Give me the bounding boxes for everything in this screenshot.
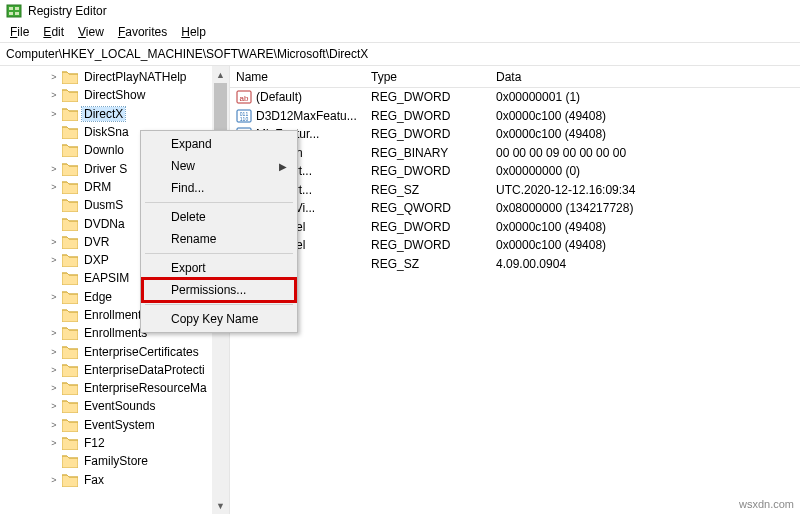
cell-type: REG_DWORD bbox=[365, 164, 490, 178]
expand-icon[interactable]: > bbox=[48, 383, 60, 393]
folder-icon bbox=[62, 345, 78, 359]
list-row[interactable]: abaterStart...REG_SZUTC.2020-12-12.16:09… bbox=[230, 181, 800, 200]
cell-data: 0x0000c100 (49408) bbox=[490, 238, 800, 252]
expand-icon[interactable]: > bbox=[48, 255, 60, 265]
list-row[interactable]: 011110dVersionREG_BINARY00 00 00 09 00 0… bbox=[230, 144, 800, 163]
expand-icon[interactable]: > bbox=[48, 90, 60, 100]
cell-data: 0x00000001 (1) bbox=[490, 90, 800, 104]
expand-icon[interactable]: > bbox=[48, 237, 60, 247]
tree-node-label: Edge bbox=[82, 290, 114, 304]
list-row[interactable]: 011110dicatedVi...REG_QWORD0x08000000 (1… bbox=[230, 199, 800, 218]
list-row[interactable]: ab(Default)REG_DWORD0x00000001 (1) bbox=[230, 88, 800, 107]
list-body[interactable]: ab(Default)REG_DWORD0x00000001 (1)011110… bbox=[230, 88, 800, 273]
svg-rect-0 bbox=[7, 5, 21, 17]
folder-icon bbox=[62, 290, 78, 304]
tree-node[interactable]: >DirectX bbox=[0, 105, 229, 123]
tree-node-label: DRM bbox=[82, 180, 113, 194]
tree-node-label: FamilyStore bbox=[82, 454, 150, 468]
folder-icon bbox=[62, 198, 78, 212]
scroll-down-icon[interactable]: ▼ bbox=[212, 497, 229, 514]
tree-node[interactable]: >EnterpriseResourceMa bbox=[0, 379, 229, 397]
expand-icon[interactable]: > bbox=[48, 182, 60, 192]
column-name[interactable]: Name bbox=[230, 70, 365, 84]
menu-favorites[interactable]: Favorites bbox=[112, 23, 173, 41]
tree-node-label: EAPSIM bbox=[82, 271, 131, 285]
svg-rect-2 bbox=[15, 7, 19, 10]
folder-icon bbox=[62, 473, 78, 487]
cell-type: REG_DWORD bbox=[365, 90, 490, 104]
folder-icon bbox=[62, 217, 78, 231]
list-row[interactable]: 011110tureLevelREG_DWORD0x0000c100 (4940… bbox=[230, 236, 800, 255]
ctx-rename[interactable]: Rename bbox=[143, 228, 295, 250]
expand-icon[interactable]: > bbox=[48, 328, 60, 338]
tree-node[interactable]: >EventSounds bbox=[0, 397, 229, 415]
list-row[interactable]: abREG_SZ4.09.00.0904 bbox=[230, 255, 800, 274]
list-row[interactable]: 011110tureLevelREG_DWORD0x0000c100 (4940… bbox=[230, 218, 800, 237]
cell-type: REG_BINARY bbox=[365, 146, 490, 160]
menubar: File Edit View Favorites Help bbox=[0, 22, 800, 42]
expand-icon[interactable]: > bbox=[48, 347, 60, 357]
tree-node[interactable]: >DirectShow bbox=[0, 86, 229, 104]
svg-rect-4 bbox=[15, 12, 19, 15]
cell-data: 0x00000000 (0) bbox=[490, 164, 800, 178]
tree-node-label: Downlo bbox=[82, 143, 126, 157]
list-row[interactable]: 011110aterStart...REG_DWORD0x00000000 (0… bbox=[230, 162, 800, 181]
ctx-find[interactable]: Find... bbox=[143, 177, 295, 199]
folder-icon bbox=[62, 436, 78, 450]
scroll-up-icon[interactable]: ▲ bbox=[212, 66, 229, 83]
ctx-export[interactable]: Export bbox=[143, 257, 295, 279]
tree-node[interactable]: >DirectPlayNATHelp bbox=[0, 68, 229, 86]
tree-node[interactable]: >EnterpriseDataProtecti bbox=[0, 361, 229, 379]
tree-node[interactable]: >EventSystem bbox=[0, 416, 229, 434]
expand-icon[interactable]: > bbox=[48, 420, 60, 430]
ctx-new[interactable]: New▶ bbox=[143, 155, 295, 177]
tree-node-label: DirectPlayNATHelp bbox=[82, 70, 188, 84]
cell-type: REG_SZ bbox=[365, 257, 490, 271]
menu-edit[interactable]: Edit bbox=[37, 23, 70, 41]
tree-node-label: EnterpriseDataProtecti bbox=[82, 363, 207, 377]
ctx-expand[interactable]: Expand bbox=[143, 133, 295, 155]
tree-node-label: EnterpriseResourceMa bbox=[82, 381, 209, 395]
folder-icon bbox=[62, 125, 78, 139]
expand-icon[interactable]: > bbox=[48, 475, 60, 485]
list-row[interactable]: 011110D3D12MaxFeatu...REG_DWORD0x0000c10… bbox=[230, 107, 800, 126]
tree-node-label: DirectX bbox=[82, 107, 125, 121]
tree-node-label: DXP bbox=[82, 253, 111, 267]
menu-help[interactable]: Help bbox=[175, 23, 212, 41]
menu-file[interactable]: File bbox=[4, 23, 35, 41]
address-bar[interactable]: Computer\HKEY_LOCAL_MACHINE\SOFTWARE\Mic… bbox=[0, 42, 800, 66]
titlebar: Registry Editor bbox=[0, 0, 800, 22]
expand-icon[interactable]: > bbox=[48, 72, 60, 82]
tree-node-label: DVR bbox=[82, 235, 111, 249]
expand-icon[interactable]: > bbox=[48, 438, 60, 448]
list-row[interactable]: 011110MinFeatur...REG_DWORD0x0000c100 (4… bbox=[230, 125, 800, 144]
cell-type: REG_DWORD bbox=[365, 220, 490, 234]
context-menu: Expand New▶ Find... Delete Rename Export… bbox=[140, 130, 298, 333]
expand-icon[interactable]: > bbox=[48, 365, 60, 375]
cell-data: 0x0000c100 (49408) bbox=[490, 109, 800, 123]
tree-node[interactable]: FamilyStore bbox=[0, 452, 229, 470]
tree-node[interactable]: >F12 bbox=[0, 434, 229, 452]
cell-data: UTC.2020-12-12.16:09:34 bbox=[490, 183, 800, 197]
tree-node[interactable]: >Fax bbox=[0, 471, 229, 489]
tree-node-label: Fax bbox=[82, 473, 106, 487]
expand-icon[interactable]: > bbox=[48, 164, 60, 174]
folder-icon bbox=[62, 454, 78, 468]
svg-rect-3 bbox=[9, 12, 13, 15]
expand-icon[interactable]: > bbox=[48, 109, 60, 119]
column-type[interactable]: Type bbox=[365, 70, 490, 84]
menu-view[interactable]: View bbox=[72, 23, 110, 41]
ctx-copy-key-name[interactable]: Copy Key Name bbox=[143, 308, 295, 330]
folder-icon bbox=[62, 88, 78, 102]
cell-type: REG_DWORD bbox=[365, 127, 490, 141]
expand-icon[interactable]: > bbox=[48, 292, 60, 302]
column-data[interactable]: Data bbox=[490, 70, 800, 84]
cell-data: 0x08000000 (134217728) bbox=[490, 201, 800, 215]
folder-icon bbox=[62, 381, 78, 395]
tree-node[interactable]: >EnterpriseCertificates bbox=[0, 342, 229, 360]
ctx-delete[interactable]: Delete bbox=[143, 206, 295, 228]
expand-icon[interactable]: > bbox=[48, 401, 60, 411]
ctx-permissions[interactable]: Permissions... bbox=[143, 279, 295, 301]
ctx-separator bbox=[145, 304, 293, 305]
ctx-separator bbox=[145, 202, 293, 203]
